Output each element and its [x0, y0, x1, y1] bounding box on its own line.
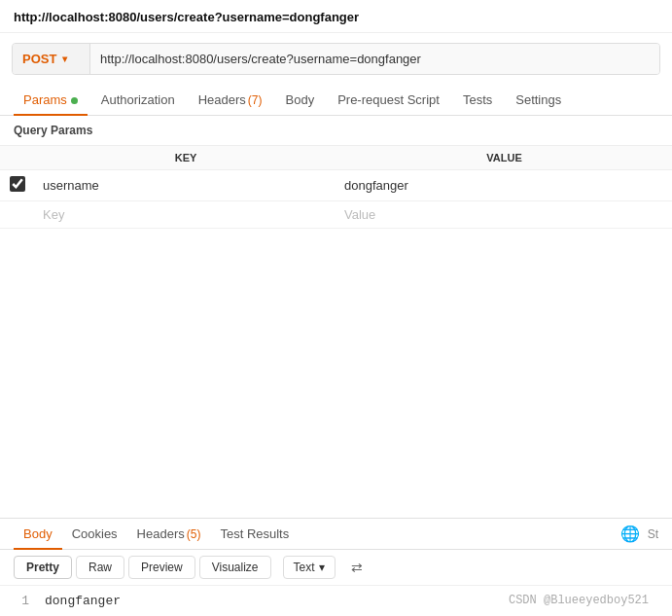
table-empty-row: Key Value — [0, 201, 672, 229]
param-checkbox[interactable] — [10, 176, 25, 192]
url-input[interactable] — [90, 44, 659, 74]
bottom-tabs: Body Cookies Headers(5) Test Results 🌐 S… — [0, 519, 672, 550]
bottom-panel: Body Cookies Headers(5) Test Results 🌐 S… — [0, 518, 672, 616]
request-tabs: Params Authorization Headers(7) Body Pre… — [0, 85, 672, 116]
pretty-button[interactable]: Pretty — [14, 556, 72, 579]
tab-authorization[interactable]: Authorization — [91, 85, 185, 115]
empty-check-cell — [0, 201, 35, 229]
empty-value-cell[interactable]: Value — [336, 201, 672, 229]
check-col-header — [0, 146, 35, 170]
method-chevron-icon: ▾ — [62, 54, 67, 64]
line-number: 1 — [14, 594, 29, 608]
wrap-button[interactable]: ⇄ — [343, 556, 371, 579]
table-row: username dongfanger — [0, 170, 672, 201]
params-table: KEY VALUE username dongfanger — [0, 146, 672, 229]
method-label: POST — [22, 52, 56, 66]
method-dropdown[interactable]: POST ▾ — [13, 44, 90, 74]
param-key[interactable]: username — [35, 170, 336, 201]
headers-badge: (7) — [248, 93, 263, 107]
value-placeholder: Value — [344, 207, 375, 222]
tab-tests[interactable]: Tests — [453, 85, 502, 115]
st-label: St — [648, 527, 658, 541]
query-params-label: Query Params — [0, 116, 672, 146]
empty-key-cell[interactable]: Key — [35, 201, 336, 229]
row-checkbox-cell — [0, 170, 35, 201]
bottom-tab-test-results[interactable]: Test Results — [210, 519, 299, 549]
watermark: CSDN @Blueeyedboy521 — [509, 594, 658, 607]
tab-body[interactable]: Body — [276, 85, 325, 115]
params-dot — [71, 97, 78, 104]
bottom-tab-cookies[interactable]: Cookies — [62, 519, 127, 549]
tab-params[interactable]: Params — [14, 85, 88, 115]
tab-pre-request[interactable]: Pre-request Script — [328, 85, 449, 115]
title-bar: http://localhost:8080/users/create?usern… — [0, 0, 672, 33]
bottom-toolbar: Pretty Raw Preview Visualize Text ▾ ⇄ — [0, 550, 672, 586]
params-section: Query Params KEY VALUE username — [0, 116, 672, 229]
page-title: http://localhost:8080/users/create?usern… — [14, 10, 359, 24]
raw-button[interactable]: Raw — [76, 556, 124, 579]
type-dropdown[interactable]: Text ▾ — [283, 556, 336, 579]
tab-headers[interactable]: Headers(7) — [189, 85, 272, 115]
response-value: dongfanger — [45, 594, 121, 608]
bottom-tab-headers[interactable]: Headers(5) — [127, 519, 211, 549]
bottom-icons: 🌐 St — [620, 525, 658, 543]
tab-settings[interactable]: Settings — [506, 85, 571, 115]
bottom-tab-body[interactable]: Body — [14, 519, 62, 549]
key-col-header: KEY — [35, 146, 336, 170]
key-placeholder: Key — [43, 207, 64, 222]
bottom-headers-badge: (5) — [187, 527, 201, 541]
globe-icon[interactable]: 🌐 — [620, 525, 640, 543]
type-label: Text — [294, 561, 315, 574]
visualize-button[interactable]: Visualize — [199, 556, 271, 579]
wrap-icon: ⇄ — [351, 560, 363, 575]
response-body: 1 dongfanger CSDN @Blueeyedboy521 — [0, 586, 672, 616]
value-col-header: VALUE — [336, 146, 672, 170]
type-chevron-icon: ▾ — [319, 561, 325, 574]
preview-button[interactable]: Preview — [128, 556, 195, 579]
param-value[interactable]: dongfanger — [336, 170, 672, 201]
request-bar: POST ▾ — [12, 43, 660, 75]
